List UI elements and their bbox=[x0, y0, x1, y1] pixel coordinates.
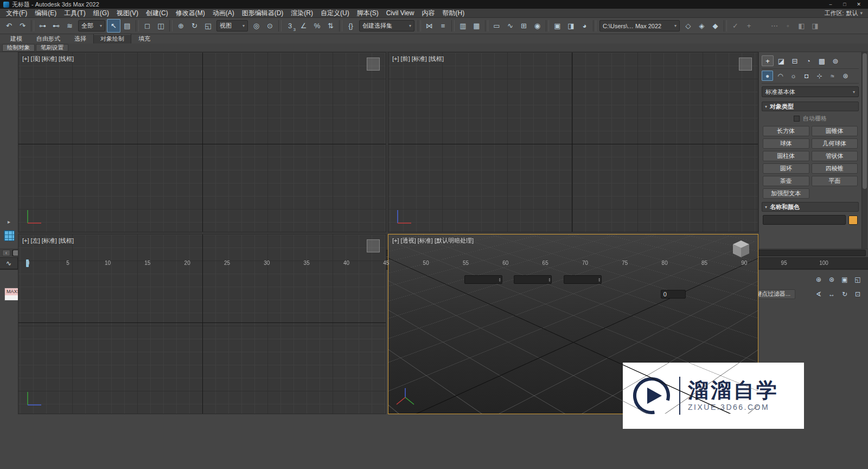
viewport-label[interactable]: [+] [顶] [标准] [线框] bbox=[22, 55, 74, 63]
object-color-swatch[interactable] bbox=[848, 216, 858, 225]
menu-item-tools[interactable]: 工具(T) bbox=[60, 9, 89, 17]
menu-item-graph-editors[interactable]: 图形编辑器(D) bbox=[238, 9, 288, 17]
viewcube[interactable] bbox=[730, 238, 752, 261]
curve-editor-icon[interactable]: ∿ bbox=[503, 19, 517, 33]
named-selection-sets-combobox[interactable]: 创建选择集▾ bbox=[359, 20, 414, 31]
rollout-object-type[interactable]: ▾ 对象类型 bbox=[762, 102, 859, 111]
cloud-render-icon[interactable]: ◆ bbox=[709, 19, 722, 33]
menu-item-rendering[interactable]: 渲染(R) bbox=[287, 9, 317, 17]
import-container-icon[interactable]: ◇ bbox=[681, 19, 695, 33]
menu-item-modifiers[interactable]: 修改器(M) bbox=[172, 9, 209, 17]
viewcube[interactable] bbox=[367, 58, 380, 71]
viewport-label[interactable]: [+] [前] [标准] [线框] bbox=[392, 55, 444, 63]
subcategory-combobox[interactable]: 标准基本体 ▾ bbox=[762, 86, 859, 97]
edit-named-selection-sets-icon[interactable]: {} bbox=[344, 19, 358, 33]
expand-panel-arrow-icon[interactable]: ▸ bbox=[8, 219, 10, 225]
menu-item-civil-view[interactable]: Civil View bbox=[382, 9, 418, 17]
viewcube[interactable] bbox=[739, 58, 752, 71]
zoom-icon[interactable]: ⊕ bbox=[813, 275, 825, 284]
select-and-rotate-icon[interactable]: ↻ bbox=[188, 19, 201, 33]
scrollbar-thumb[interactable] bbox=[863, 53, 867, 189]
rollout-name-color[interactable]: ▾ 名称和颜色 bbox=[762, 202, 859, 212]
material-editor-icon[interactable]: ◉ bbox=[531, 19, 544, 33]
selection-filter-combobox[interactable]: 全部▾ bbox=[78, 20, 105, 31]
scene-explorer-docked-icon[interactable] bbox=[4, 230, 15, 241]
shapes-category-icon[interactable]: ◠ bbox=[775, 71, 786, 81]
object-type-button[interactable]: 管状体 bbox=[812, 151, 858, 161]
geometry-category-icon[interactable]: ● bbox=[762, 71, 773, 81]
menu-item-views[interactable]: 视图(V) bbox=[113, 9, 142, 17]
toggle-layer-explorer-icon[interactable]: ▦ bbox=[470, 19, 483, 33]
object-type-button[interactable]: 圆环 bbox=[763, 163, 809, 174]
x-coordinate-field[interactable]: ▲▼ bbox=[464, 275, 502, 284]
z-coordinate-field[interactable]: ▲▼ bbox=[564, 275, 602, 284]
dots-menu-icon[interactable]: ⋯ bbox=[768, 19, 781, 33]
snap-toggle-3d-icon[interactable]: 33 bbox=[283, 19, 297, 33]
project-folder-combobox[interactable]: C:\Users\… Max 2022▾ bbox=[599, 20, 680, 31]
maximize-button[interactable]: □ bbox=[838, 1, 852, 8]
display-tab-icon[interactable]: ▩ bbox=[816, 55, 828, 66]
schematic-view-icon[interactable]: ⊞ bbox=[517, 19, 531, 33]
zoom-all-icon[interactable]: ⊛ bbox=[826, 275, 838, 284]
current-frame-field[interactable]: 0 bbox=[661, 290, 686, 299]
previous-frame-button[interactable]: ‹ bbox=[2, 250, 10, 256]
systems-category-icon[interactable]: ⊛ bbox=[840, 71, 851, 81]
object-type-button[interactable]: 圆柱体 bbox=[763, 151, 809, 161]
half-tone-left-icon[interactable]: ◧ bbox=[795, 19, 808, 33]
small-dot-icon[interactable]: ◦ bbox=[781, 19, 795, 33]
checkmark-icon[interactable]: ✓ bbox=[729, 19, 742, 33]
ribbon-tab-object-paint[interactable]: 对象绘制 bbox=[93, 34, 131, 43]
select-and-scale-icon[interactable]: ◱ bbox=[201, 19, 215, 33]
orbit-icon[interactable]: ↻ bbox=[839, 289, 851, 299]
unlink-selection-icon[interactable]: ⊷ bbox=[49, 19, 63, 33]
menu-item-help[interactable]: 帮助(H) bbox=[438, 9, 468, 17]
hierarchy-tab-icon[interactable]: ⊟ bbox=[789, 55, 801, 66]
modify-tab-icon[interactable]: ◪ bbox=[775, 55, 787, 66]
select-by-name-icon[interactable]: ▤ bbox=[120, 19, 134, 33]
object-type-button[interactable]: 圆锥体 bbox=[812, 126, 858, 136]
motion-tab-icon[interactable]: ◔ bbox=[802, 55, 814, 66]
create-tab-icon[interactable]: + bbox=[762, 55, 774, 66]
spinner-snap-icon[interactable]: ⇅ bbox=[324, 19, 337, 33]
menu-item-animation[interactable]: 动画(A) bbox=[209, 9, 238, 17]
autogrid-checkbox[interactable] bbox=[794, 116, 800, 122]
helpers-category-icon[interactable]: ⊹ bbox=[814, 71, 825, 81]
cameras-category-icon[interactable]: ◘ bbox=[801, 71, 812, 81]
percent-snap-icon[interactable]: % bbox=[310, 19, 324, 33]
ribbon-subtab-brush-settings[interactable]: 笔刷设置 bbox=[36, 44, 68, 52]
pan-icon[interactable]: ↔ bbox=[826, 289, 838, 299]
rendered-frame-window-icon[interactable]: ◨ bbox=[564, 19, 578, 33]
space-warps-category-icon[interactable]: ≈ bbox=[827, 71, 838, 81]
menu-item-file[interactable]: 文件(F) bbox=[2, 9, 31, 17]
object-type-button[interactable]: 球体 bbox=[763, 138, 809, 149]
viewcube[interactable] bbox=[367, 239, 380, 252]
object-type-button[interactable]: 四棱锥 bbox=[812, 163, 858, 174]
window-crossing-toggle-icon[interactable]: ◫ bbox=[154, 19, 168, 33]
maximize-viewport-icon[interactable]: ⊡ bbox=[852, 289, 864, 299]
angle-snap-icon[interactable]: ∠ bbox=[297, 19, 310, 33]
rectangular-selection-region-icon[interactable]: ◻ bbox=[141, 19, 154, 33]
undo-icon[interactable]: ↶ bbox=[2, 19, 16, 33]
menu-item-content[interactable]: 内容 bbox=[418, 9, 438, 17]
mirror-icon[interactable]: ⋈ bbox=[423, 19, 436, 33]
object-type-button[interactable]: 几何球体 bbox=[812, 138, 858, 149]
reference-coordinate-system-combobox[interactable]: 视图▾ bbox=[216, 20, 248, 31]
select-object-icon[interactable]: ↖ bbox=[107, 19, 120, 33]
zoom-region-icon[interactable]: ◱ bbox=[852, 275, 864, 284]
minimize-button[interactable]: – bbox=[824, 1, 838, 8]
y-coordinate-field[interactable]: ▲▼ bbox=[514, 275, 552, 284]
object-name-input[interactable] bbox=[763, 215, 846, 225]
viewport-label[interactable]: [+] [左] [标准] [线框] bbox=[22, 237, 74, 245]
field-of-view-icon[interactable]: ∢ bbox=[813, 289, 825, 299]
object-type-button[interactable]: 茶壶 bbox=[763, 176, 809, 186]
toggle-scene-explorer-icon[interactable]: ▥ bbox=[456, 19, 470, 33]
viewport-top[interactable]: [+] [顶] [标准] [线框] bbox=[18, 52, 386, 232]
viewport-front[interactable]: [+] [前] [标准] [线框] bbox=[388, 52, 758, 232]
mini-curve-editor-icon[interactable]: ∿ bbox=[0, 258, 18, 269]
object-type-button[interactable]: 平面 bbox=[812, 176, 858, 186]
menu-item-create[interactable]: 创建(C) bbox=[142, 9, 172, 17]
select-and-manipulate-icon[interactable]: ⊙ bbox=[263, 19, 277, 33]
menu-item-customize[interactable]: 自定义(U) bbox=[317, 9, 353, 17]
ribbon-tab-selection[interactable]: 选择 bbox=[67, 34, 93, 43]
placement-crosshair-icon[interactable]: + bbox=[742, 19, 756, 33]
